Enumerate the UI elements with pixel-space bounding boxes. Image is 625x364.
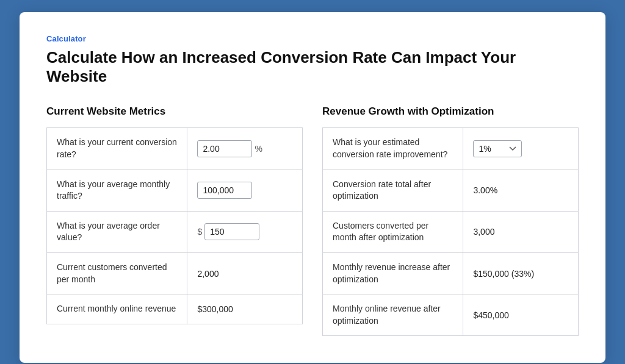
row-value: %	[187, 128, 303, 170]
row-value: $	[187, 211, 303, 252]
table-row: Monthly online revenue after optimizatio…	[323, 294, 579, 336]
row-label: Customers converted per month after opti…	[323, 211, 463, 252]
computed-value: $150,000 (33%)	[473, 269, 534, 279]
row-value: 3,000	[463, 211, 579, 252]
row-label: Monthly revenue increase after optimizat…	[323, 252, 463, 294]
computed-value: $300,000	[197, 304, 233, 314]
row-value: $450,000	[463, 294, 579, 336]
table-row: Current customers converted per month2,0…	[47, 252, 303, 294]
row-label: What is your average monthly traffic?	[47, 170, 187, 211]
row-value: 3.00%	[463, 170, 579, 211]
table-row: What is your average order value?$	[47, 211, 303, 252]
right-table: What is your estimated conversion rate i…	[322, 127, 579, 336]
calculator-label: Calculator	[46, 34, 579, 43]
table-row: What is your current conversion rate?%	[47, 128, 303, 170]
two-column-layout: Current Website Metrics What is your cur…	[46, 105, 579, 336]
row-value: $300,000	[187, 294, 303, 324]
conversion-rate-input[interactable]	[197, 140, 252, 157]
row-label: Conversion rate total after optimization	[323, 170, 463, 211]
row-value	[187, 170, 303, 211]
conversion-improvement-select[interactable]: 0.5%1%1.5%2%3%5%	[473, 140, 522, 157]
table-row: What is your estimated conversion rate i…	[323, 128, 579, 170]
row-label: What is your average order value?	[47, 211, 187, 252]
row-label: Current customers converted per month	[47, 252, 187, 294]
left-table: What is your current conversion rate?%Wh…	[46, 127, 303, 324]
select-cell: 0.5%1%1.5%2%3%5%	[473, 140, 568, 157]
right-section-title: Revenue Growth with Optimization	[322, 105, 579, 118]
input-suffix-cell: %	[197, 140, 292, 157]
row-label: What is your estimated conversion rate i…	[323, 128, 463, 170]
table-row: Monthly revenue increase after optimizat…	[323, 252, 579, 294]
table-row: Customers converted per month after opti…	[323, 211, 579, 252]
table-row: Current monthly online revenue$300,000	[47, 294, 303, 324]
percent-suffix: %	[255, 144, 262, 154]
row-value: 0.5%1%1.5%2%3%5%	[463, 128, 579, 170]
row-label: Monthly online revenue after optimizatio…	[323, 294, 463, 336]
row-label: Current monthly online revenue	[47, 294, 187, 324]
right-section: Revenue Growth with Optimization What is…	[322, 105, 579, 336]
traffic-input[interactable]	[197, 182, 252, 199]
row-value: $150,000 (33%)	[463, 252, 579, 294]
main-title: Calculate How an Increased Conversion Ra…	[46, 48, 579, 86]
left-section-title: Current Website Metrics	[46, 105, 303, 118]
computed-value: $450,000	[473, 310, 508, 320]
input-cell	[197, 182, 292, 199]
input-prefix-cell: $	[197, 223, 292, 240]
computed-value: 3,000	[473, 227, 494, 237]
dollar-prefix: $	[197, 227, 202, 237]
order-value-input[interactable]	[204, 223, 259, 240]
left-section: Current Website Metrics What is your cur…	[46, 105, 303, 336]
calculator-card: Calculator Calculate How an Increased Co…	[20, 12, 605, 363]
row-label: What is your current conversion rate?	[47, 128, 187, 170]
table-row: Conversion rate total after optimization…	[323, 170, 579, 211]
computed-value: 2,000	[197, 269, 219, 279]
row-value: 2,000	[187, 252, 303, 294]
table-row: What is your average monthly traffic?	[47, 170, 303, 211]
computed-value: 3.00%	[473, 185, 497, 195]
